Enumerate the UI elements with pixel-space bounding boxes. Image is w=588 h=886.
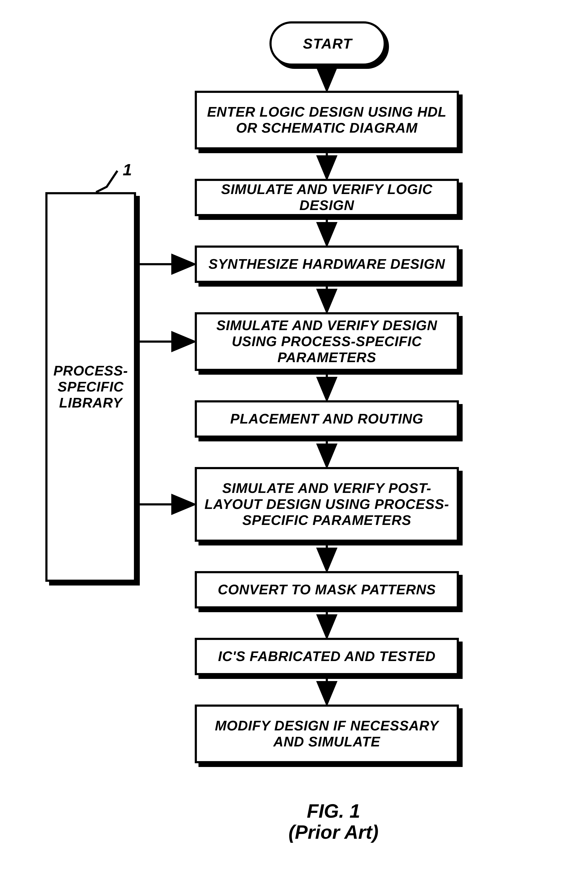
library-reference-number: 1 bbox=[123, 160, 132, 179]
step-text: IC'S FABRICATED AND TESTED bbox=[218, 649, 436, 665]
step-text: PLACEMENT AND ROUTING bbox=[230, 411, 423, 427]
figure-prior-art: (Prior Art) bbox=[213, 822, 453, 843]
start-label: START bbox=[303, 35, 352, 52]
start-terminator: START bbox=[270, 21, 386, 66]
step-placement-routing: PLACEMENT AND ROUTING bbox=[195, 400, 459, 438]
step-text: CONVERT TO MASK PATTERNS bbox=[218, 582, 436, 598]
step-modify-design: MODIFY DESIGN IF NECESSARY AND SIMULATE bbox=[195, 704, 459, 763]
step-text: SIMULATE AND VERIFY POST-LAYOUT DESIGN U… bbox=[202, 481, 452, 528]
step-text: MODIFY DESIGN IF NECESSARY AND SIMULATE bbox=[202, 718, 452, 750]
step-text: SIMULATE AND VERIFY LOGIC DESIGN bbox=[202, 182, 452, 213]
step-text: ENTER LOGIC DESIGN USING HDL OR SCHEMATI… bbox=[202, 104, 452, 136]
step-simulate-logic: SIMULATE AND VERIFY LOGIC DESIGN bbox=[195, 179, 459, 216]
step-convert-mask: CONVERT TO MASK PATTERNS bbox=[195, 571, 459, 608]
step-synthesize: SYNTHESIZE HARDWARE DESIGN bbox=[195, 246, 459, 283]
step-simulate-post-layout: SIMULATE AND VERIFY POST-LAYOUT DESIGN U… bbox=[195, 467, 459, 542]
step-simulate-process-specific: SIMULATE AND VERIFY DESIGN USING PROCESS… bbox=[195, 312, 459, 371]
step-text: SYNTHESIZE HARDWARE DESIGN bbox=[208, 256, 445, 272]
flowchart-page: START ENTER LOGIC DESIGN USING HDL OR SC… bbox=[0, 0, 588, 886]
figure-caption: FIG. 1 (Prior Art) bbox=[213, 800, 453, 843]
step-text: SIMULATE AND VERIFY DESIGN USING PROCESS… bbox=[202, 318, 452, 365]
step-enter-logic-design: ENTER LOGIC DESIGN USING HDL OR SCHEMATI… bbox=[195, 91, 459, 149]
figure-number: FIG. 1 bbox=[213, 800, 453, 822]
process-specific-library: PROCESS- SPECIFIC LIBRARY bbox=[45, 192, 136, 582]
step-fabricated-tested: IC'S FABRICATED AND TESTED bbox=[195, 638, 459, 675]
library-label: PROCESS- SPECIFIC LIBRARY bbox=[53, 363, 129, 411]
